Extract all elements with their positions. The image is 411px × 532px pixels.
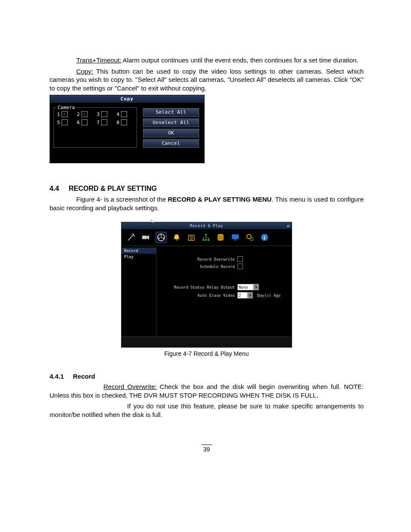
- cancel-button[interactable]: Cancel: [143, 139, 199, 148]
- record-play-window: Record & Play × i Record Play: [121, 222, 292, 348]
- bottom-bar: [121, 336, 292, 347]
- cam-checkbox-3[interactable]: [101, 111, 107, 117]
- info-icon[interactable]: i: [260, 233, 269, 242]
- paragraph-note: If you do not use this feature, please b…: [50, 402, 364, 419]
- chevron-down-icon-2[interactable]: ▼: [248, 292, 253, 299]
- sidebar-item-play[interactable]: Play: [121, 254, 156, 260]
- text-record-overwrite: Check the box and the disk will begin ov…: [50, 383, 364, 399]
- network-icon[interactable]: [202, 233, 210, 242]
- camera-fieldset: Camera 1✓ 2✓ 3 4 5 6 7 8: [53, 107, 137, 148]
- record-play-title-text: Record & Play: [190, 224, 223, 228]
- cam-checkbox-7[interactable]: [101, 119, 107, 125]
- section-heading: 4.4 RECORD & PLAY SETTING: [50, 185, 364, 193]
- svg-point-2: [159, 238, 160, 239]
- cam-label-8: 8: [116, 120, 119, 125]
- text-trans-timeout: Alarm output continues until the event e…: [121, 56, 358, 64]
- svg-rect-9: [205, 239, 207, 241]
- svg-point-3: [163, 238, 164, 239]
- checkbox-schedule-record[interactable]: [237, 264, 243, 269]
- page-number: 39: [50, 445, 364, 453]
- svg-rect-13: [234, 240, 237, 240]
- camera-icon[interactable]: [141, 233, 150, 242]
- cam-checkbox-1[interactable]: ✓: [62, 111, 68, 117]
- subsection-heading: 4.4.1 Record: [50, 373, 364, 380]
- select-relay-output[interactable]: None: [237, 284, 254, 290]
- label-days-ago: Day(s) Ago: [253, 293, 280, 298]
- label-record-overwrite: Record Overwrite: [162, 257, 237, 261]
- label-relay-output: Record Status Relay Output: [162, 285, 237, 289]
- section-title: RECORD & PLAY SETTING: [68, 185, 156, 192]
- label-record-overwrite-text: Record Overwrite:: [103, 383, 157, 390]
- cam-checkbox-6[interactable]: [81, 119, 87, 125]
- paragraph-copy: Copy: This button can be used to copy th…: [50, 67, 364, 93]
- chevron-down-icon[interactable]: ▼: [254, 284, 259, 290]
- content-panel: Record Overwrite Schedule Record Record …: [156, 246, 292, 336]
- cam-label-7: 7: [96, 120, 100, 125]
- select-auto-erase[interactable]: 2: [237, 292, 248, 299]
- svg-rect-12: [232, 234, 239, 239]
- checkbox-record-overwrite[interactable]: [237, 256, 243, 262]
- unselect-all-button[interactable]: Unselect All: [143, 118, 199, 127]
- select-all-button[interactable]: Select All: [143, 108, 199, 117]
- record-play-title: Record & Play ×: [121, 222, 292, 229]
- gear-icon[interactable]: [246, 233, 254, 242]
- paragraph-trans-timeout: Trans+Timeout: Alarm output continues un…: [50, 56, 364, 65]
- svg-rect-10: [208, 239, 209, 241]
- cam-label-2: 2: [76, 112, 80, 117]
- text-p3a: Figure 4- is a screenshot of the: [76, 196, 168, 203]
- label-copy: Copy:: [76, 68, 93, 75]
- text-copy: This button can be used to copy the vide…: [50, 68, 364, 92]
- cam-checkbox-2[interactable]: ✓: [81, 111, 87, 117]
- storage-icon[interactable]: [216, 233, 225, 242]
- label-auto-erase: Auto Erase Video: [162, 293, 237, 298]
- copy-dialog-title: Copy: [50, 95, 204, 103]
- figure-caption: Figure 4-7 Record & Play Menu: [50, 350, 364, 357]
- clock-icon[interactable]: [187, 233, 196, 242]
- text-note: If you do not use this feature, please b…: [50, 402, 364, 418]
- subsection-number: 4.4.1: [50, 373, 64, 380]
- bell-icon[interactable]: [172, 233, 181, 242]
- cam-label-4: 4: [116, 112, 119, 117]
- svg-point-1: [161, 235, 162, 236]
- display-icon[interactable]: [231, 233, 240, 242]
- copy-dialog: Copy Camera 1✓ 2✓ 3 4 5 6 7 8 Select All: [50, 95, 205, 163]
- paragraph-record-play-intro: Figure 4- is a screenshot of the RECORD …: [50, 195, 364, 212]
- close-icon[interactable]: ×: [286, 223, 290, 230]
- cam-label-1: 1: [56, 112, 60, 117]
- wand-icon[interactable]: [127, 233, 135, 242]
- text-p3b: RECORD & PLAY SETTING MENU: [168, 196, 271, 203]
- cam-checkbox-8[interactable]: [121, 119, 127, 125]
- camera-legend: Camera: [56, 105, 76, 110]
- reel-icon[interactable]: [156, 232, 166, 243]
- svg-point-15: [250, 238, 253, 241]
- sidebar: Record Play: [121, 246, 156, 336]
- section-number: 4.4: [50, 185, 59, 192]
- cam-label-3: 3: [96, 112, 100, 117]
- cam-label-5: 5: [56, 120, 60, 125]
- label-trans-timeout: Trans+Timeout:: [76, 56, 121, 64]
- cam-checkbox-4[interactable]: [121, 111, 127, 117]
- cam-checkbox-5[interactable]: [62, 119, 68, 125]
- paragraph-record-overwrite: Record Overwrite: Check the box and the …: [50, 383, 364, 399]
- svg-point-4: [161, 237, 162, 238]
- subsection-title: Record: [73, 373, 95, 380]
- svg-rect-7: [205, 234, 207, 236]
- ok-button[interactable]: OK: [143, 129, 199, 137]
- svg-rect-8: [202, 239, 204, 241]
- cam-label-6: 6: [76, 120, 80, 125]
- sidebar-item-record[interactable]: Record: [121, 248, 156, 254]
- toolbar: i: [121, 229, 292, 246]
- label-schedule-record: Schedule Record: [162, 264, 237, 269]
